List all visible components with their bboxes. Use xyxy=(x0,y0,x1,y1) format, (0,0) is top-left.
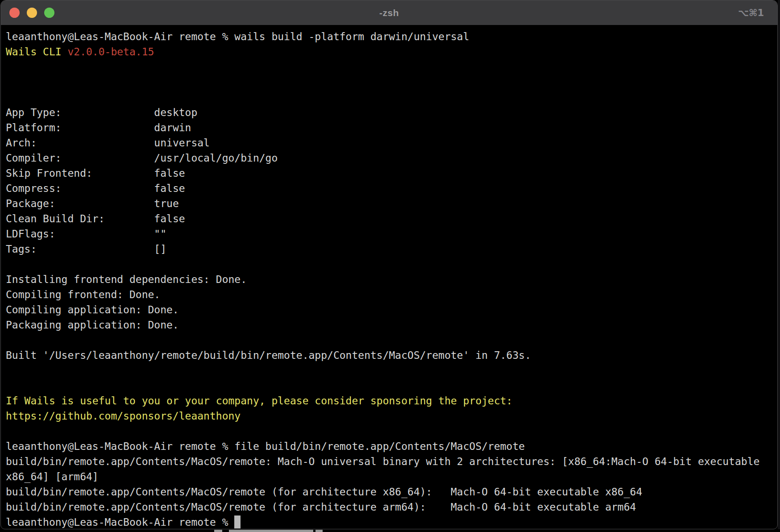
terminal-text-segment: leaanthony@Leas-MacBook-Air remote % xyxy=(6,516,234,528)
terminal-line: Compiling frontend: Done. xyxy=(6,287,772,302)
traffic-lights xyxy=(1,8,54,18)
background-window-right-sliver xyxy=(778,0,780,532)
terminal-line: Compiling application: Done. xyxy=(6,302,772,317)
close-button[interactable] xyxy=(9,8,20,18)
terminal-text-segment: Packaging application: Done. xyxy=(6,319,179,331)
build-option-value: desktop xyxy=(154,107,197,118)
cursor-block xyxy=(234,515,241,528)
terminal-text-segment: https://github.com/sponsors/leaanthony xyxy=(6,410,241,422)
title-bar[interactable]: -zsh ⌥⌘1 xyxy=(1,0,777,25)
build-option-label: Compress: xyxy=(6,183,154,194)
build-option-label: LDFlags: xyxy=(6,228,154,240)
terminal-line: leaanthony@Leas-MacBook-Air remote % xyxy=(6,515,772,529)
terminal-line xyxy=(6,75,772,90)
build-option-label: App Type: xyxy=(6,107,154,118)
terminal-output[interactable]: leaanthony@Leas-MacBook-Air remote % wai… xyxy=(1,25,777,529)
terminal-line: x86_64] [arm64] xyxy=(6,469,772,484)
terminal-line: Arch: universal xyxy=(6,135,772,150)
terminal-line: leaanthony@Leas-MacBook-Air remote % fil… xyxy=(6,439,772,454)
terminal-line xyxy=(6,424,772,439)
build-option-label: Arch: xyxy=(6,137,154,149)
terminal-text-segment: v2.0.0-beta.15 xyxy=(67,46,154,58)
terminal-text-segment: If Wails is useful to you or your compan… xyxy=(6,395,512,407)
terminal-line: App Type: desktop xyxy=(6,105,772,120)
build-option-value: [] xyxy=(154,243,166,255)
terminal-line xyxy=(6,363,772,378)
background-window-fragment xyxy=(229,530,313,532)
terminal-line: Packaging application: Done. xyxy=(6,317,772,332)
build-option-value: "" xyxy=(154,228,166,240)
build-option-value: universal xyxy=(154,137,210,149)
terminal-text-segment: Installing frontend dependencies: Done. xyxy=(6,274,247,285)
build-option-value: false xyxy=(154,183,185,194)
terminal-line: build/bin/remote.app/Contents/MacOS/remo… xyxy=(6,484,772,499)
background-window-fragment xyxy=(315,530,323,532)
terminal-line: Compiler: /usr/local/go/bin/go xyxy=(6,150,772,166)
build-option-value: /usr/local/go/bin/go xyxy=(154,152,278,164)
terminal-text-segment: x86_64] [arm64] xyxy=(6,471,99,482)
screen: { "window": { "title": "-zsh", "shortcut… xyxy=(0,0,780,532)
terminal-line: Installing frontend dependencies: Done. xyxy=(6,272,772,287)
build-option-label: Skip Frontend: xyxy=(6,167,154,179)
build-option-value: false xyxy=(154,167,185,179)
terminal-text-segment: build/bin/remote.app/Contents/MacOS/remo… xyxy=(6,501,636,513)
terminal-line: Platform: darwin xyxy=(6,120,772,135)
terminal-text-segment: Built '/Users/leaanthony/remote/build/bi… xyxy=(6,349,531,361)
terminal-text-segment: Compiling application: Done. xyxy=(6,304,179,316)
build-option-value: true xyxy=(154,198,178,209)
terminal-line: Package: true xyxy=(6,196,772,211)
build-option-label: Platform: xyxy=(6,122,154,133)
terminal-line: build/bin/remote.app/Contents/MacOS/remo… xyxy=(6,499,772,515)
terminal-text-segment: build/bin/remote.app/Contents/MacOS/remo… xyxy=(6,456,759,467)
terminal-line: https://github.com/sponsors/leaanthony xyxy=(6,408,772,424)
terminal-window: -zsh ⌥⌘1 leaanthony@Leas-MacBook-Air rem… xyxy=(0,0,778,529)
terminal-line: Skip Frontend: false xyxy=(6,166,772,181)
window-title: -zsh xyxy=(379,8,399,18)
build-option-label: Compiler: xyxy=(6,152,154,164)
zoom-button[interactable] xyxy=(44,8,54,18)
terminal-line: Compress: false xyxy=(6,181,772,196)
terminal-text-segment: leaanthony@Leas-MacBook-Air remote % wai… xyxy=(6,31,469,42)
terminal-line: If Wails is useful to you or your compan… xyxy=(6,393,772,408)
terminal-line: Clean Build Dir: false xyxy=(6,211,772,226)
terminal-text-segment: Compiling frontend: Done. xyxy=(6,289,160,300)
terminal-line xyxy=(6,332,772,348)
terminal-text-segment: build/bin/remote.app/Contents/MacOS/remo… xyxy=(6,486,642,498)
terminal-line: Built '/Users/leaanthony/remote/build/bi… xyxy=(6,348,772,363)
build-option-label: Tags: xyxy=(6,243,154,255)
background-window-fragment xyxy=(214,530,222,532)
terminal-line xyxy=(6,59,772,75)
terminal-text-segment: leaanthony@Leas-MacBook-Air remote % fil… xyxy=(6,441,525,452)
background-window-sliver xyxy=(0,529,780,532)
build-option-label: Package: xyxy=(6,198,154,209)
terminal-line: Wails CLI v2.0.0-beta.15 xyxy=(6,44,772,59)
terminal-line: build/bin/remote.app/Contents/MacOS/remo… xyxy=(6,454,772,469)
terminal-line: Tags: [] xyxy=(6,241,772,257)
terminal-line xyxy=(6,257,772,272)
terminal-line xyxy=(6,378,772,393)
build-option-label: Clean Build Dir: xyxy=(6,213,154,224)
build-option-value: false xyxy=(154,213,185,224)
terminal-line: LDFlags: "" xyxy=(6,226,772,241)
minimize-button[interactable] xyxy=(27,8,37,18)
terminal-text-segment: Wails CLI xyxy=(6,46,67,58)
terminal-line xyxy=(6,90,772,105)
window-shortcut-badge: ⌥⌘1 xyxy=(738,8,764,18)
terminal-line: leaanthony@Leas-MacBook-Air remote % wai… xyxy=(6,29,772,44)
build-option-value: darwin xyxy=(154,122,191,133)
